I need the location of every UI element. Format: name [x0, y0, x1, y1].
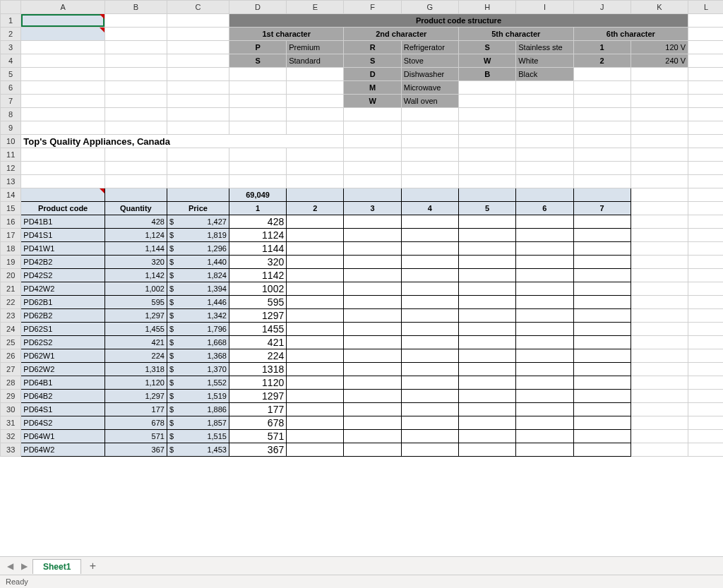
cell[interactable]: [688, 54, 723, 68]
cell[interactable]: [401, 188, 458, 202]
cell[interactable]: [287, 403, 344, 416]
cell[interactable]: [631, 269, 688, 282]
cell[interactable]: [688, 403, 723, 416]
cell[interactable]: $1,440: [167, 256, 229, 269]
cell[interactable]: [459, 256, 516, 269]
cell[interactable]: [459, 121, 516, 135]
row-header[interactable]: 23: [1, 309, 21, 323]
cell[interactable]: [167, 95, 229, 108]
cell[interactable]: [688, 81, 723, 95]
cell[interactable]: [573, 323, 631, 336]
cell[interactable]: [688, 188, 723, 202]
cell[interactable]: [459, 363, 516, 376]
cell[interactable]: [21, 121, 105, 135]
cell[interactable]: [573, 269, 631, 282]
cell[interactable]: 428: [104, 215, 167, 229]
cell[interactable]: [344, 269, 401, 282]
cell[interactable]: 1,297: [104, 309, 167, 323]
cell[interactable]: [631, 148, 688, 162]
cell[interactable]: 1455: [229, 323, 286, 336]
cell[interactable]: [401, 229, 458, 242]
cell[interactable]: [104, 188, 167, 202]
cell[interactable]: [688, 309, 723, 323]
cell[interactable]: [688, 14, 723, 28]
cell[interactable]: [344, 323, 401, 336]
cell[interactable]: 5th character: [459, 28, 574, 41]
cell[interactable]: [459, 349, 516, 363]
cell[interactable]: B: [459, 68, 516, 81]
cell[interactable]: 2nd character: [344, 28, 459, 41]
cell[interactable]: $1,515: [167, 430, 229, 443]
cell[interactable]: [459, 390, 516, 403]
cell[interactable]: [104, 121, 167, 135]
cell[interactable]: [401, 416, 458, 430]
cell[interactable]: [688, 296, 723, 309]
cell[interactable]: [21, 108, 105, 121]
cell[interactable]: [631, 416, 688, 430]
cell[interactable]: [104, 54, 167, 68]
cell[interactable]: [287, 390, 344, 403]
cell[interactable]: [104, 148, 167, 162]
cell[interactable]: [573, 416, 631, 430]
cell[interactable]: PD62W2: [21, 363, 105, 376]
cell[interactable]: S: [229, 54, 286, 68]
cell[interactable]: 224: [104, 349, 167, 363]
cell[interactable]: [21, 175, 105, 188]
cell[interactable]: [688, 68, 723, 81]
cell[interactable]: 367: [104, 443, 167, 457]
cell[interactable]: Dishwasher: [401, 68, 458, 81]
cell[interactable]: [573, 443, 631, 457]
cell[interactable]: [287, 269, 344, 282]
cell[interactable]: [631, 376, 688, 390]
cell[interactable]: [459, 416, 516, 430]
cell[interactable]: [459, 376, 516, 390]
cell[interactable]: [104, 68, 167, 81]
cell[interactable]: [459, 229, 516, 242]
cell[interactable]: [688, 256, 723, 269]
cell[interactable]: 1,455: [104, 323, 167, 336]
row-header[interactable]: 18: [1, 242, 21, 256]
cell[interactable]: [631, 430, 688, 443]
cell[interactable]: [688, 41, 723, 54]
cell[interactable]: 428: [229, 215, 286, 229]
cell[interactable]: Refrigerator: [401, 41, 458, 54]
col-header[interactable]: F: [344, 1, 401, 14]
cell[interactable]: [573, 188, 631, 202]
cell[interactable]: [688, 376, 723, 390]
cell[interactable]: [516, 95, 573, 108]
cell[interactable]: [516, 349, 573, 363]
cell[interactable]: [104, 28, 167, 41]
row-header[interactable]: 6: [1, 81, 21, 95]
cell[interactable]: 2: [573, 54, 631, 68]
cell[interactable]: [167, 54, 229, 68]
cell[interactable]: 224: [229, 349, 286, 363]
cell[interactable]: 120 V: [631, 41, 688, 54]
cell[interactable]: 1: [229, 202, 286, 215]
cell[interactable]: [287, 349, 344, 363]
cell[interactable]: 2: [287, 202, 344, 215]
cell[interactable]: PD64B2: [21, 390, 105, 403]
cell[interactable]: [401, 296, 458, 309]
cell[interactable]: [401, 135, 458, 148]
row-header[interactable]: 32: [1, 430, 21, 443]
col-header[interactable]: G: [401, 1, 458, 14]
cell[interactable]: [401, 349, 458, 363]
cell[interactable]: $1,453: [167, 443, 229, 457]
row-header[interactable]: 8: [1, 108, 21, 121]
cell[interactable]: [344, 135, 401, 148]
cell[interactable]: 320: [229, 256, 286, 269]
cell[interactable]: [631, 336, 688, 349]
row-header[interactable]: 11: [1, 148, 21, 162]
cell[interactable]: [401, 430, 458, 443]
cell[interactable]: [401, 443, 458, 457]
cell[interactable]: [631, 68, 688, 81]
cell[interactable]: [688, 135, 723, 148]
select-all-corner[interactable]: [1, 1, 21, 14]
cell[interactable]: [21, 14, 105, 28]
cell[interactable]: [287, 175, 344, 188]
cell[interactable]: [401, 403, 458, 416]
cell[interactable]: [516, 229, 573, 242]
cell[interactable]: 4: [401, 202, 458, 215]
cell[interactable]: [631, 296, 688, 309]
cell[interactable]: [459, 135, 516, 148]
